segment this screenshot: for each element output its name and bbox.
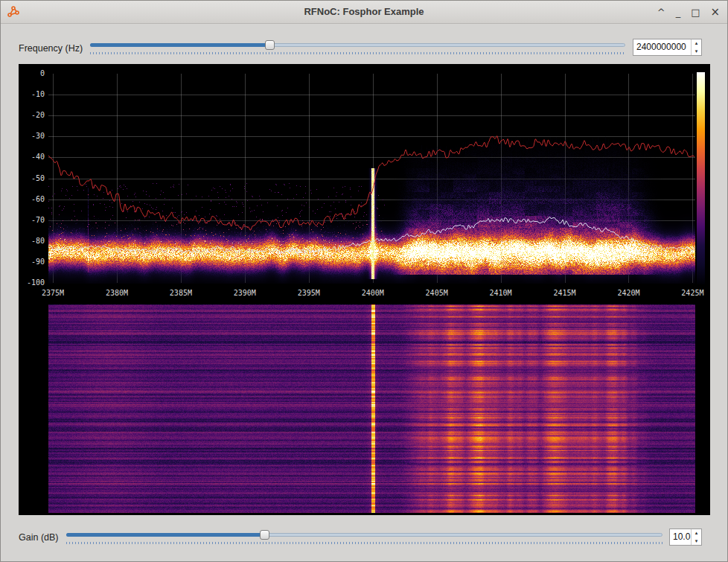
y-tick-label: -40 xyxy=(31,153,45,161)
maximize-button[interactable]: □ xyxy=(691,7,700,17)
gain-decrement-button[interactable]: ▾ xyxy=(692,537,701,546)
x-tick-label: 2380M xyxy=(106,289,128,297)
y-tick-label: -90 xyxy=(31,258,45,266)
spectrum-histogram-canvas xyxy=(48,73,695,284)
y-tick-label: 0 xyxy=(40,69,45,77)
x-tick-label: 2395M xyxy=(298,289,320,297)
frequency-slider[interactable] xyxy=(90,39,625,51)
fosphor-display: 0-10-20-30-40-50-60-70-80-90-100 2375M23… xyxy=(19,64,710,515)
close-button[interactable]: × xyxy=(710,7,720,18)
x-tick-label: 2385M xyxy=(170,289,192,297)
x-axis-labels: 2375M2380M2385M2390M2395M2400M2405M2410M… xyxy=(48,289,695,298)
waterfall-canvas xyxy=(48,304,695,513)
frequency-spinbox[interactable]: 2400000000 ▴ ▾ xyxy=(633,39,702,56)
frequency-value[interactable]: 2400000000 xyxy=(633,39,691,55)
x-tick-label: 2405M xyxy=(426,289,448,297)
gain-increment-button[interactable]: ▴ xyxy=(692,529,701,537)
y-tick-label: -60 xyxy=(31,195,45,203)
minimize-button[interactable]: _ xyxy=(676,7,681,17)
y-tick-label: -70 xyxy=(31,216,45,224)
gain-slider[interactable] xyxy=(66,529,662,540)
y-tick-label: -20 xyxy=(31,111,45,119)
window-controls: ^ _ □ × xyxy=(657,1,720,23)
y-tick-label: -50 xyxy=(31,174,45,182)
gain-slider-fill xyxy=(66,533,265,537)
frequency-increment-button[interactable]: ▴ xyxy=(692,39,701,48)
frequency-decrement-button[interactable]: ▾ xyxy=(692,48,701,56)
gain-label: Gain (dB) xyxy=(19,532,59,543)
app-window: RFNoC: Fosphor Example ^ _ □ × Frequency… xyxy=(0,0,728,562)
frequency-slider-ticks xyxy=(90,52,625,54)
y-tick-label: -30 xyxy=(31,132,45,140)
y-axis-labels: 0-10-20-30-40-50-60-70-80-90-100 xyxy=(19,64,46,302)
title-bar[interactable]: RFNoC: Fosphor Example ^ _ □ × xyxy=(1,1,727,24)
gain-spinner: ▴ ▾ xyxy=(691,529,701,545)
gain-value[interactable]: 10.0 xyxy=(670,529,691,545)
frequency-spinner: ▴ ▾ xyxy=(691,39,701,55)
frequency-slider-fill xyxy=(90,43,270,47)
y-tick-label: -10 xyxy=(31,90,45,98)
window-title: RFNoC: Fosphor Example xyxy=(1,6,727,17)
frequency-label: Frequency (Hz) xyxy=(19,43,83,54)
intensity-colorbar xyxy=(697,72,705,284)
x-tick-label: 2400M xyxy=(362,289,384,297)
y-tick-label: -100 xyxy=(27,278,45,287)
shade-button[interactable]: ^ xyxy=(657,7,665,17)
frequency-slider-handle[interactable] xyxy=(265,40,275,50)
x-tick-label: 2390M xyxy=(234,289,256,297)
y-tick-label: -80 xyxy=(31,237,45,245)
x-tick-label: 2420M xyxy=(617,289,639,297)
x-tick-label: 2375M xyxy=(42,289,64,297)
gain-spinbox[interactable]: 10.0 ▴ ▾ xyxy=(669,529,702,546)
x-tick-label: 2425M xyxy=(681,289,703,297)
gain-slider-ticks xyxy=(66,542,662,544)
gain-slider-handle[interactable] xyxy=(260,530,269,540)
x-tick-label: 2415M xyxy=(553,289,575,297)
x-tick-label: 2410M xyxy=(490,289,512,297)
